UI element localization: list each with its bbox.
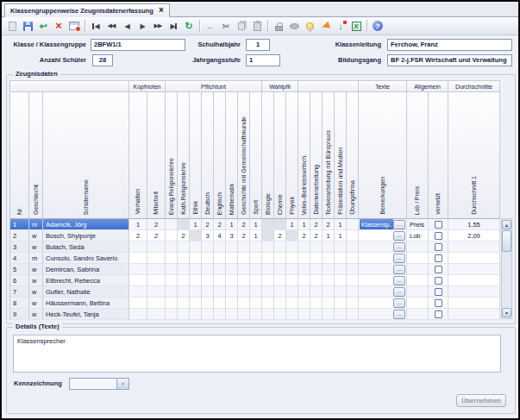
bemerkung-cell[interactable]: ... bbox=[359, 298, 407, 309]
student-name-cell[interactable]: Adamcik, Jörg bbox=[43, 219, 129, 230]
grade-cell[interactable]: 1 bbox=[129, 219, 147, 230]
grade-cell[interactable] bbox=[166, 253, 178, 264]
grade-cell[interactable] bbox=[226, 275, 238, 286]
grade-cell[interactable] bbox=[274, 286, 286, 298]
grade-cell[interactable] bbox=[347, 241, 359, 253]
grade-cell[interactable] bbox=[323, 286, 335, 298]
row-number-cell[interactable]: 7 bbox=[10, 286, 29, 298]
grade-cell[interactable] bbox=[250, 286, 262, 298]
durchschnitt-cell[interactable] bbox=[448, 241, 500, 253]
bemerkung-expand-button[interactable]: ... bbox=[393, 276, 405, 285]
bemerkung-cell[interactable]: Klassensp...... bbox=[359, 219, 407, 230]
column-header-übungsfirma[interactable]: Übungsfirma bbox=[347, 92, 359, 219]
grade-cell[interactable] bbox=[129, 286, 147, 298]
versetzt-cell[interactable] bbox=[429, 253, 448, 264]
column-header-volks-betriebswirtsch[interactable]: Volks-/Betriebswirtsch. bbox=[298, 92, 310, 219]
grade-cell[interactable] bbox=[178, 286, 190, 298]
bemerkung-expand-button[interactable]: ... bbox=[393, 242, 405, 252]
bemerkung-cell[interactable]: ... bbox=[359, 275, 407, 286]
grade-cell[interactable]: 1 bbox=[286, 219, 298, 230]
grade-cell[interactable] bbox=[214, 298, 226, 309]
grade-cell[interactable] bbox=[298, 253, 310, 264]
versetzt-checkbox[interactable] bbox=[435, 277, 442, 285]
versetzt-checkbox[interactable] bbox=[435, 221, 442, 229]
grade-cell[interactable] bbox=[347, 253, 359, 264]
new-document-icon[interactable] bbox=[4, 19, 20, 34]
grade-cell[interactable] bbox=[238, 253, 250, 264]
grade-cell[interactable] bbox=[214, 309, 226, 320]
durchschnitt-cell[interactable] bbox=[448, 253, 500, 264]
durchschnitt-cell[interactable] bbox=[448, 286, 500, 298]
grade-cell[interactable] bbox=[323, 253, 335, 264]
cut-icon[interactable] bbox=[218, 19, 234, 34]
grade-cell[interactable] bbox=[310, 309, 323, 320]
gender-cell[interactable]: w bbox=[29, 309, 43, 320]
grade-cell[interactable]: 2 bbox=[310, 219, 323, 230]
column-header-geschichte-mit-gemeinschaftskunde[interactable]: Geschichte mit Gemeinschaftskunde bbox=[238, 92, 250, 219]
column-header-ethik[interactable]: Ethik bbox=[190, 92, 202, 219]
grade-cell[interactable] bbox=[347, 230, 359, 241]
grade-cell[interactable] bbox=[347, 298, 359, 309]
column-header-schülername[interactable]: Schülername bbox=[43, 92, 129, 219]
jahrgangsstufe-input[interactable]: 1 bbox=[246, 54, 280, 66]
versetzt-cell[interactable] bbox=[429, 264, 448, 275]
grade-cell[interactable] bbox=[286, 253, 298, 264]
versetzt-checkbox[interactable] bbox=[435, 243, 442, 251]
grade-cell[interactable] bbox=[250, 298, 262, 309]
tab-close-icon[interactable] bbox=[159, 7, 164, 14]
lob-preis-cell[interactable]: Lob bbox=[407, 230, 429, 241]
lock-icon[interactable] bbox=[271, 19, 286, 34]
grade-cell[interactable] bbox=[166, 298, 178, 309]
bemerkung-expand-button[interactable]: ... bbox=[393, 220, 405, 229]
import-icon[interactable] bbox=[333, 19, 348, 34]
column-header-evang-religionslehre[interactable]: Evang.Religionslehre bbox=[166, 92, 178, 219]
preview-icon[interactable] bbox=[286, 19, 302, 34]
row-number-cell[interactable]: 1 bbox=[10, 219, 29, 230]
grade-cell[interactable] bbox=[347, 264, 359, 275]
bemerkung-cell[interactable]: ... bbox=[359, 230, 407, 241]
last-record-icon[interactable]: ▶ bbox=[166, 19, 181, 34]
grade-cell[interactable] bbox=[190, 309, 202, 320]
grade-cell[interactable]: 4 bbox=[214, 230, 226, 241]
grade-cell[interactable] bbox=[226, 286, 238, 298]
versetzt-checkbox[interactable] bbox=[435, 299, 442, 307]
grade-cell[interactable] bbox=[238, 275, 250, 286]
grade-cell[interactable] bbox=[298, 275, 310, 286]
grade-cell[interactable]: 1 bbox=[190, 219, 202, 230]
versetzt-checkbox[interactable] bbox=[435, 232, 442, 240]
bemerkung-expand-button[interactable]: ... bbox=[393, 231, 405, 241]
durchschnitt-cell[interactable] bbox=[448, 275, 500, 286]
row-number-cell[interactable]: 2 bbox=[10, 230, 29, 241]
grade-cell[interactable] bbox=[298, 298, 310, 309]
grade-cell[interactable] bbox=[274, 275, 286, 286]
grade-cell[interactable] bbox=[190, 253, 202, 264]
grade-cell[interactable] bbox=[238, 298, 250, 309]
bemerkung-expand-button[interactable]: ... bbox=[393, 310, 405, 319]
grade-cell[interactable]: 1 bbox=[335, 219, 347, 230]
grade-cell[interactable] bbox=[147, 286, 166, 298]
grade-cell[interactable] bbox=[298, 264, 310, 275]
grade-cell[interactable] bbox=[250, 253, 262, 264]
grade-cell[interactable] bbox=[262, 241, 274, 253]
column-header-nr[interactable]: Nr. bbox=[10, 92, 29, 219]
grade-cell[interactable]: 1 bbox=[335, 230, 347, 241]
grade-cell[interactable]: 2 bbox=[147, 230, 166, 241]
grade-cell[interactable] bbox=[335, 275, 347, 286]
grade-cell[interactable] bbox=[178, 219, 190, 230]
grade-cell[interactable] bbox=[202, 275, 214, 286]
grade-cell[interactable] bbox=[323, 309, 335, 320]
grade-cell[interactable]: 2 bbox=[298, 230, 310, 241]
grade-cell[interactable] bbox=[129, 309, 147, 320]
grade-cell[interactable]: 1 bbox=[323, 230, 335, 241]
grade-cell[interactable] bbox=[250, 264, 262, 275]
student-name-cell[interactable]: Ellbrecht, Rebecca bbox=[43, 275, 129, 286]
klassenleitung-input[interactable]: Ferchow, Franz bbox=[387, 39, 512, 51]
column-header-lob-preis[interactable]: Lob / Preis bbox=[407, 92, 429, 219]
student-name-cell[interactable]: Gufler, Nathalie bbox=[43, 286, 129, 298]
grade-cell[interactable] bbox=[310, 241, 323, 253]
refresh-icon[interactable] bbox=[181, 19, 197, 34]
grade-cell[interactable]: 2 bbox=[274, 230, 286, 241]
bemerkung-expand-button[interactable]: ... bbox=[393, 254, 405, 263]
grade-cell[interactable]: 2 bbox=[238, 230, 250, 241]
grade-cell[interactable] bbox=[166, 275, 178, 286]
